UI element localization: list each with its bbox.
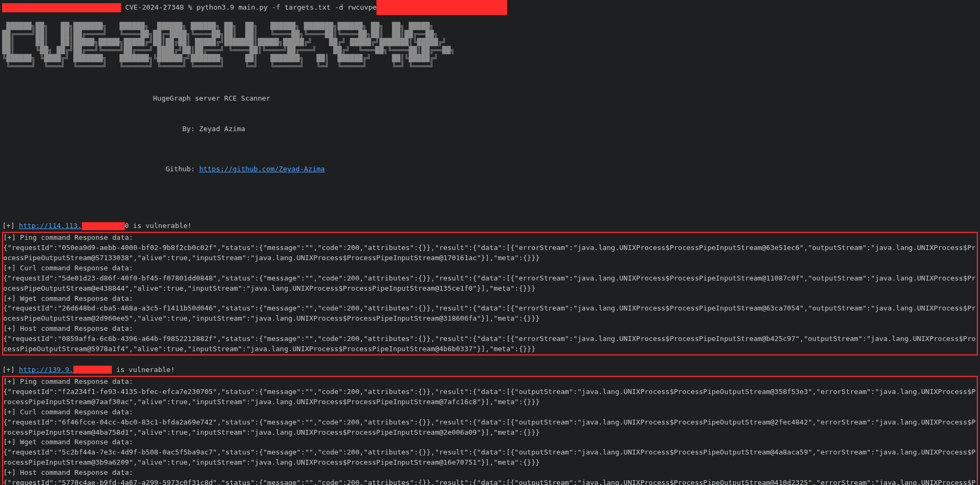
terminal-output: CVE-2024-27348 % python3.9 main.py -f ta…: [0, 0, 980, 485]
response-json: {"requestId":"6f46fcce-04cc-4bc0-83c1-bf…: [3, 418, 977, 438]
ascii-banner: ██████╗██╗ ██╗███████╗ ██████╗ ██████╗ █…: [2, 22, 978, 71]
banner-line-github: Github: https://github.com/Zeyad-Azima: [2, 154, 978, 185]
response-json: {"requestId":"26d648bd-cba5-468a-a3c5-f1…: [3, 304, 977, 324]
target-section: [+] http://139.9. is vulnerable![+] Ping…: [2, 365, 978, 485]
response-json: {"requestId":"050ea9d9-aebb-4000-bf02-9b…: [3, 243, 977, 263]
response-label: [+] Wget command Response data:: [3, 294, 977, 304]
banner-line-scanner: HugeGraph server RCE Scanner: [2, 94, 978, 104]
banner-subtitle: HugeGraph server RCE Scanner By: Zeyad A…: [2, 74, 978, 205]
github-link[interactable]: https://github.com/Zeyad-Azima: [199, 165, 325, 173]
shell-prompt-line: CVE-2024-27348 % python3.9 main.py -f ta…: [2, 0, 978, 15]
response-label: [+] Ping command Response data:: [3, 233, 977, 243]
vulnerable-tail: is vulnerable!: [129, 221, 192, 231]
redaction-block: [82, 222, 125, 230]
banner-line-author: By: Zeyad Azima: [2, 124, 978, 134]
response-json: {"requestId":"5770c4ae-b9fd-4a67-a299-59…: [3, 478, 977, 485]
response-json: {"requestId":"5de01d23-d86f-40f0-bf45-f0…: [3, 274, 977, 294]
scan-results: [+] http://114.113.0 is vulnerable![+] P…: [2, 221, 978, 485]
response-label: [+] Host command Response data:: [3, 468, 977, 478]
vulnerable-line: [+] http://139.9. is vulnerable!: [2, 365, 978, 375]
shell-command-text: CVE-2024-27348 % python3.9 main.py -f ta…: [121, 3, 376, 13]
redaction-block: [73, 366, 112, 374]
response-label: [+] Ping command Response data:: [3, 377, 977, 387]
response-json: {"requestId":"f2a234f1-fe93-4135-bfec-ef…: [3, 387, 977, 407]
response-json: {"requestId":"5c2bf44a-7e3c-4d9f-b508-0a…: [3, 448, 977, 468]
response-label: [+] Wget command Response data:: [3, 437, 977, 448]
result-prefix: [+]: [2, 221, 19, 231]
vulnerable-line: [+] http://114.113.0 is vulnerable!: [2, 221, 978, 231]
target-section: [+] http://114.113.0 is vulnerable![+] P…: [2, 221, 978, 355]
response-label: [+] Curl command Response data:: [3, 407, 977, 418]
result-prefix: [+]: [2, 365, 19, 375]
target-url-link[interactable]: http://114.113.: [19, 221, 81, 231]
response-label: [+] Host command Response data:: [3, 324, 977, 334]
response-highlight-box: [+] Ping command Response data:{"request…: [2, 232, 978, 355]
target-url-suffix: 0: [125, 221, 129, 231]
response-label: [+] Curl command Response data:: [3, 263, 977, 274]
target-url-link[interactable]: http://139.9.: [19, 365, 73, 375]
response-json: {"requestId":"0859affa-6c6b-4396-a64b-f9…: [3, 334, 977, 354]
redaction-block: [2, 3, 121, 12]
vulnerable-tail: is vulnerable!: [112, 365, 175, 375]
redaction-block: [376, 0, 507, 15]
response-highlight-box: [+] Ping command Response data:{"request…: [2, 376, 978, 485]
